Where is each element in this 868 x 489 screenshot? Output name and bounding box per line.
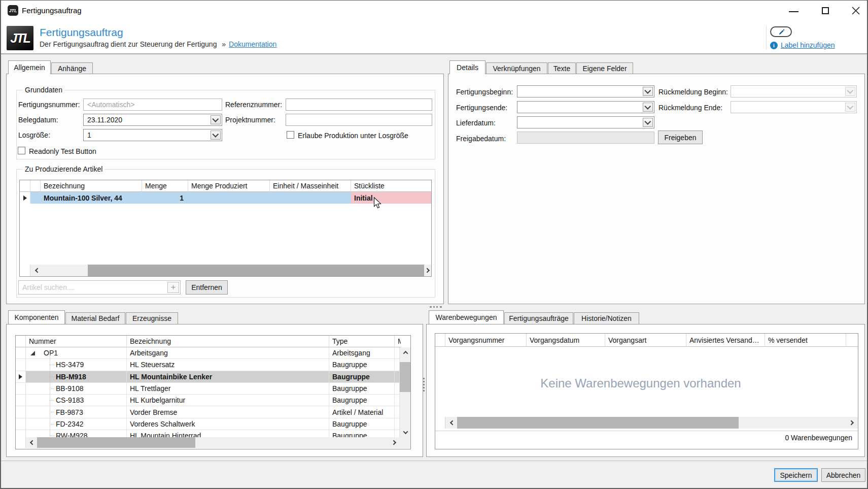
artikel-stueckliste-cell[interactable]: Initial bbox=[351, 192, 431, 204]
entfernen-button[interactable]: Entfernen bbox=[186, 280, 228, 295]
komponenten-type-cell[interactable]: Artikel / Material bbox=[329, 406, 395, 418]
artikel-menge-produziert-cell[interactable] bbox=[188, 192, 270, 204]
komponenten-bezeichnung-cell[interactable]: HL Mountain Hinterrad bbox=[127, 430, 329, 437]
column-header[interactable]: Vorgangsart bbox=[605, 334, 686, 347]
artikel-row[interactable]: Mountain-100 Silver, 441Initial bbox=[20, 192, 431, 204]
komponenten-type-cell[interactable]: Baugruppe bbox=[329, 395, 395, 406]
komponenten-nummer-cell[interactable]: HS-3479 bbox=[26, 359, 127, 371]
komponenten-type-cell[interactable]: Arbeitsgang bbox=[329, 347, 395, 359]
tab-historie-notizen[interactable]: Historie/Notizen bbox=[574, 312, 639, 324]
komponenten-menge-cell[interactable] bbox=[395, 347, 399, 359]
projektnummer-input[interactable] bbox=[286, 114, 432, 126]
column-header[interactable]: Einheit / Masseinheit bbox=[270, 180, 351, 192]
komponenten-menge-cell[interactable] bbox=[395, 418, 399, 430]
tab-fertigungsauftraege[interactable]: Fertigungsaufträge bbox=[504, 312, 573, 324]
komponenten-menge-cell[interactable] bbox=[395, 359, 399, 371]
edit-label-button[interactable] bbox=[770, 26, 792, 37]
komponenten-hscrollbar[interactable] bbox=[16, 437, 399, 448]
warenbewegungen-hscrollbar[interactable] bbox=[435, 417, 858, 429]
column-header-blank[interactable] bbox=[16, 336, 26, 347]
komponenten-bezeichnung-cell[interactable]: HL Trettlager bbox=[127, 383, 329, 395]
komponenten-bezeichnung-cell[interactable]: HL Steuersatz bbox=[127, 359, 329, 371]
komponenten-nummer-cell[interactable]: BB-9108 bbox=[26, 383, 127, 395]
komponenten-bezeichnung-cell[interactable]: Arbeitsgang bbox=[127, 347, 329, 359]
erlaube-produktion-checkbox[interactable] bbox=[287, 131, 294, 139]
row-selector-cell[interactable] bbox=[16, 418, 26, 430]
komponenten-vscroll-up-icon[interactable] bbox=[400, 347, 411, 357]
column-header[interactable]: Stückliste bbox=[351, 180, 431, 192]
komponenten-menge-cell[interactable] bbox=[395, 430, 399, 437]
komponenten-row[interactable]: RW-M928HL Mountain HinterradBaugruppe bbox=[16, 430, 399, 437]
tab-material-bedarf[interactable]: Material Bedarf bbox=[65, 312, 125, 324]
fertigungsbeginn-dropdown-icon[interactable] bbox=[643, 87, 653, 96]
column-header[interactable]: Nummer bbox=[26, 336, 127, 347]
artikel-hscroll-thumb[interactable] bbox=[88, 265, 424, 276]
column-header[interactable]: Vorgangsnummer bbox=[445, 334, 527, 347]
fertigungsende-dropdown-icon[interactable] bbox=[643, 103, 653, 112]
tab-details[interactable]: Details bbox=[449, 60, 485, 74]
komponenten-hscroll-left-icon[interactable] bbox=[26, 437, 37, 448]
komponenten-bezeichnung-cell[interactable]: HL Mountainbike Lenker bbox=[127, 371, 329, 383]
belegdatum-combobox[interactable]: 23.11.2020 bbox=[83, 114, 222, 126]
komponenten-nummer-cell[interactable]: FB-9873 bbox=[26, 406, 127, 418]
komponenten-hscroll-thumb[interactable] bbox=[37, 437, 195, 448]
row-selector-cell[interactable] bbox=[16, 395, 26, 406]
tab-warenbewegungen[interactable]: Warenbewegungen bbox=[429, 310, 504, 324]
column-header[interactable]: Menge Produziert bbox=[188, 180, 270, 192]
belegdatum-dropdown-icon[interactable] bbox=[211, 115, 221, 124]
artikel-hscroll-left-icon[interactable] bbox=[30, 265, 43, 276]
komponenten-type-cell[interactable]: Baugruppe bbox=[329, 430, 395, 437]
komponenten-vscroll-thumb[interactable] bbox=[400, 362, 411, 392]
column-header[interactable]: Anvisiertes Versand… bbox=[686, 334, 765, 347]
column-header[interactable]: Type bbox=[329, 336, 395, 347]
warenbewegungen-hscroll-thumb[interactable] bbox=[457, 417, 739, 429]
column-header[interactable]: Menge bbox=[395, 336, 401, 347]
artikel-einheit-cell[interactable] bbox=[270, 192, 351, 204]
artikel-add-button[interactable]: + bbox=[167, 282, 179, 293]
komponenten-nummer-cell[interactable]: OP1 bbox=[26, 347, 127, 359]
fertigungsende-combobox[interactable] bbox=[517, 101, 654, 113]
tab-verknuepfungen[interactable]: Verknüpfungen bbox=[486, 62, 547, 74]
referenznummer-input[interactable] bbox=[286, 99, 432, 111]
komponenten-row[interactable]: HS-3479HL SteuersatzBaugruppe bbox=[16, 359, 399, 371]
maximize-button[interactable] bbox=[814, 1, 837, 21]
column-header[interactable]: Bezeichnung bbox=[41, 180, 142, 192]
label-hinzufuegen-link[interactable]: Label hinzufügen bbox=[781, 41, 835, 49]
freigeben-button[interactable]: Freigeben bbox=[658, 131, 703, 144]
row-selector-cell[interactable] bbox=[16, 347, 26, 359]
komponenten-row[interactable]: FD-2342Vorderes SchaltwerkBaugruppe bbox=[16, 418, 399, 430]
komponenten-menge-cell[interactable] bbox=[395, 371, 399, 383]
column-header-blank[interactable] bbox=[20, 180, 30, 192]
close-button[interactable] bbox=[844, 1, 867, 21]
column-header-blank[interactable] bbox=[30, 180, 41, 192]
komponenten-menge-cell[interactable] bbox=[395, 383, 399, 395]
column-header[interactable]: Menge bbox=[142, 180, 188, 192]
komponenten-bezeichnung-cell[interactable]: HL Kurbelgarnitur bbox=[127, 395, 329, 406]
komponenten-nummer-cell[interactable]: CS-9183 bbox=[26, 395, 127, 406]
komponenten-type-cell[interactable]: Baugruppe bbox=[329, 359, 395, 371]
komponenten-row[interactable]: OP1ArbeitsgangArbeitsgang bbox=[16, 347, 399, 359]
artikel-hscroll-right-icon[interactable] bbox=[424, 265, 431, 276]
tab-erzeugnisse[interactable]: Erzeugnisse bbox=[126, 312, 178, 324]
losgroesse-combobox[interactable]: 1 bbox=[83, 129, 222, 141]
komponenten-menge-cell[interactable] bbox=[395, 395, 399, 406]
column-header-blank[interactable] bbox=[846, 334, 858, 347]
fertigungsnummer-input[interactable]: <Automatisch> bbox=[83, 99, 222, 111]
komponenten-nummer-cell[interactable]: FD-2342 bbox=[26, 418, 127, 430]
column-header-blank[interactable] bbox=[435, 334, 445, 347]
komponenten-bezeichnung-cell[interactable]: Vorderes Schaltwerk bbox=[127, 418, 329, 430]
komponenten-type-cell[interactable]: Baugruppe bbox=[329, 418, 395, 430]
tab-komponenten[interactable]: Komponenten bbox=[8, 310, 65, 324]
row-selector-cell[interactable] bbox=[16, 406, 26, 418]
row-selector-cell[interactable] bbox=[16, 359, 26, 371]
row-selector-cell[interactable] bbox=[20, 192, 30, 204]
tab-texte[interactable]: Texte bbox=[548, 62, 576, 74]
komponenten-hscroll-right-icon[interactable] bbox=[389, 437, 399, 448]
komponenten-row[interactable]: CS-9183HL KurbelgarniturBaugruppe bbox=[16, 395, 399, 406]
fertigungsbeginn-combobox[interactable] bbox=[517, 85, 654, 97]
warenbewegungen-hscroll-right-icon[interactable] bbox=[846, 417, 858, 429]
horizontal-splitter-handle[interactable] bbox=[430, 306, 442, 308]
row-selector-cell[interactable] bbox=[16, 383, 26, 395]
vertical-splitter-handle[interactable] bbox=[423, 378, 425, 392]
komponenten-vscrollbar[interactable] bbox=[399, 347, 410, 437]
